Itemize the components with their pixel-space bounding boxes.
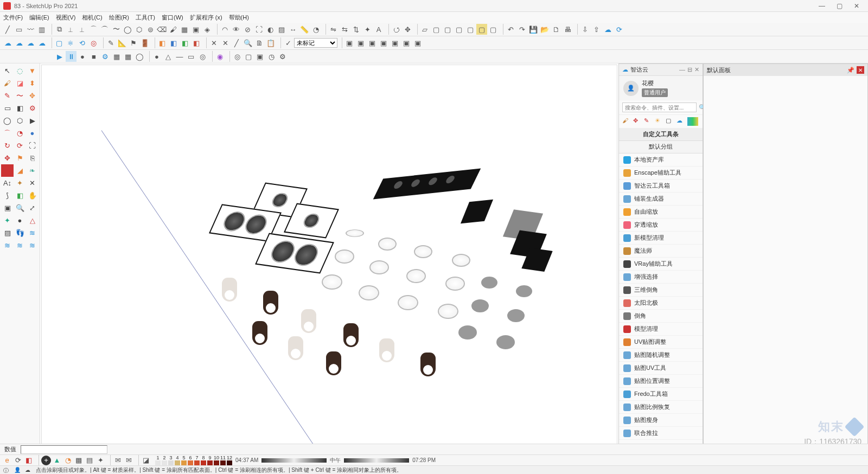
tag-select[interactable]: 未标记 bbox=[294, 38, 337, 48]
plugin-item[interactable]: 太阳北极 bbox=[619, 297, 703, 310]
cross1-icon[interactable]: ✕ bbox=[208, 37, 219, 48]
door-icon[interactable]: 🚪 bbox=[139, 37, 150, 48]
plugin-item[interactable]: 贴图UV工具 bbox=[619, 362, 703, 375]
g6-icon[interactable]: ▣ bbox=[401, 37, 412, 48]
minimize-button[interactable]: — bbox=[814, 1, 830, 11]
select-tool-icon[interactable]: ↖ bbox=[1, 65, 14, 77]
bt-pie-icon[interactable]: ◔ bbox=[63, 456, 73, 465]
export-icon[interactable]: ⇧ bbox=[591, 24, 602, 35]
qi-brush-icon[interactable]: 🖌 bbox=[622, 117, 631, 126]
group-icon[interactable]: ▣ bbox=[190, 24, 201, 35]
flip-icon[interactable]: ⇋ bbox=[328, 24, 339, 35]
measurements-input[interactable] bbox=[21, 445, 107, 454]
plugin-item[interactable]: 联合推拉 bbox=[619, 427, 703, 440]
scale2-icon[interactable]: ⛶ bbox=[26, 139, 39, 152]
stop-icon[interactable]: ■ bbox=[88, 51, 99, 62]
g7-icon[interactable]: ▣ bbox=[412, 37, 423, 48]
rotrect-icon[interactable]: ◧ bbox=[14, 102, 26, 114]
cloud3-icon[interactable]: ☁ bbox=[25, 37, 36, 48]
g4-icon[interactable]: ▣ bbox=[378, 37, 389, 48]
leaf-icon[interactable]: ❧ bbox=[26, 164, 39, 177]
texture-icon[interactable]: ▦ bbox=[179, 24, 190, 35]
g1-icon[interactable]: ▣ bbox=[344, 37, 355, 48]
hide-icon[interactable]: ⟂ bbox=[65, 24, 76, 35]
import-icon[interactable]: ⇩ bbox=[579, 24, 590, 35]
status-geo-icon[interactable]: 👤 bbox=[14, 467, 21, 473]
move-icon[interactable]: ✥ bbox=[26, 89, 39, 102]
viewport[interactable] bbox=[41, 65, 617, 473]
tri-icon[interactable]: △ bbox=[26, 214, 39, 227]
plugin-item[interactable]: Enscape辅助工具 bbox=[619, 166, 703, 180]
cloud2-icon[interactable]: ☁ bbox=[14, 37, 24, 48]
eyeoff-icon[interactable]: ⊘ bbox=[242, 24, 253, 35]
arc-tool-icon[interactable]: ⌒ bbox=[1, 127, 14, 139]
plugin-item[interactable]: 贴图随机调整 bbox=[619, 349, 703, 362]
qi-gradient-icon[interactable] bbox=[687, 117, 698, 126]
o3-icon[interactable]: ▣ bbox=[254, 51, 265, 62]
chart-icon[interactable]: ▥ bbox=[36, 24, 47, 35]
line2-icon[interactable]: ╱ bbox=[231, 37, 242, 48]
shade-ring-icon[interactable]: ◎ bbox=[197, 51, 208, 62]
polygon-icon[interactable]: ⬡ bbox=[133, 24, 144, 35]
scene1-icon[interactable]: ▦ bbox=[111, 51, 122, 62]
status-cloud-icon[interactable]: ☁ bbox=[25, 467, 31, 473]
atom-icon[interactable]: ⚛ bbox=[65, 37, 76, 48]
qi-pen-icon[interactable]: ✎ bbox=[644, 117, 653, 126]
copy-icon[interactable]: ⎘ bbox=[26, 152, 39, 164]
pushpull-icon[interactable]: ⬍ bbox=[26, 77, 39, 89]
bucket-icon[interactable]: ▼ bbox=[26, 65, 39, 77]
plugin-item[interactable]: 贴图瘦身 bbox=[619, 414, 703, 427]
zoom-tool-icon[interactable]: 🔍 bbox=[14, 202, 26, 214]
flag2-icon[interactable]: ⚑ bbox=[14, 152, 26, 164]
qi-gear-icon[interactable]: ✥ bbox=[633, 117, 642, 126]
eye-icon[interactable]: 👁 bbox=[231, 24, 241, 35]
swatch-red-icon[interactable] bbox=[1, 164, 14, 177]
cloud-sync-icon[interactable]: ☁ bbox=[602, 24, 613, 35]
redo-icon[interactable]: ↷ bbox=[516, 24, 527, 35]
eraser-tool-icon[interactable]: ◪ bbox=[14, 77, 26, 89]
followme-icon[interactable]: ⟳ bbox=[14, 139, 26, 152]
brush-icon[interactable]: 🖌 bbox=[1, 77, 14, 89]
new-icon[interactable]: 🗋 bbox=[551, 24, 561, 35]
rectangle-icon[interactable]: ▭ bbox=[14, 24, 24, 35]
bt-mail2-icon[interactable]: ✉ bbox=[124, 456, 133, 465]
o1-icon[interactable]: ◎ bbox=[232, 51, 242, 62]
plugin-item[interactable]: 自由缩放 bbox=[619, 206, 703, 219]
bt-grad-icon[interactable]: ▤ bbox=[85, 456, 94, 465]
wave2-icon[interactable]: ≋ bbox=[1, 239, 14, 252]
plugin-close-button[interactable]: ✕ bbox=[694, 66, 699, 73]
hatch-icon[interactable]: ▨ bbox=[1, 227, 14, 239]
purple-icon[interactable]: ◉ bbox=[214, 51, 225, 62]
bt-mail1-icon[interactable]: ✉ bbox=[113, 456, 123, 465]
plugin-item[interactable]: VRay辅助工具 bbox=[619, 258, 703, 271]
mirror-h-icon[interactable]: ⇆ bbox=[339, 24, 350, 35]
bt-star-icon[interactable]: ✦ bbox=[95, 456, 105, 465]
box-blue-icon[interactable]: ◧ bbox=[168, 37, 179, 48]
text-label-icon[interactable]: A↕ bbox=[1, 177, 14, 189]
scene2-icon[interactable]: ▦ bbox=[123, 51, 133, 62]
print-icon[interactable]: 🖶 bbox=[562, 24, 573, 35]
ext-refresh-icon[interactable]: ⟳ bbox=[13, 456, 23, 465]
o4-icon[interactable]: ◷ bbox=[266, 51, 277, 62]
wave1-icon[interactable]: ≋ bbox=[26, 227, 39, 239]
bt-tree-icon[interactable]: ▲ bbox=[52, 456, 62, 465]
pencil-icon[interactable]: ✎ bbox=[1, 89, 14, 102]
circle-icon[interactable]: ◯ bbox=[122, 24, 133, 35]
g2-icon[interactable]: ▣ bbox=[355, 37, 366, 48]
scene3-icon[interactable]: ◯ bbox=[134, 51, 145, 62]
shade-tri-icon[interactable]: △ bbox=[163, 51, 174, 62]
gear-tool-icon[interactable]: ⚙ bbox=[26, 102, 39, 114]
arc2-icon[interactable]: ⏜ bbox=[99, 24, 110, 35]
play-icon[interactable]: ▶ bbox=[54, 51, 65, 62]
ruler2-icon[interactable]: 📐 bbox=[117, 37, 127, 48]
axes2-icon[interactable]: ✦ bbox=[1, 214, 14, 227]
tag-check-icon[interactable]: ✓ bbox=[283, 37, 293, 48]
qi-box-icon[interactable]: ▢ bbox=[666, 117, 674, 126]
qi-sun-icon[interactable]: ☀ bbox=[655, 117, 663, 126]
ext-box-icon[interactable]: ◧ bbox=[24, 456, 34, 465]
top-icon[interactable]: ▢ bbox=[431, 24, 442, 35]
open-icon[interactable]: 📂 bbox=[539, 24, 550, 35]
offset-icon[interactable]: ⊚ bbox=[145, 24, 156, 35]
status-help-icon[interactable]: ⓘ bbox=[3, 467, 10, 473]
search2-icon[interactable]: 🔍 bbox=[242, 37, 253, 48]
